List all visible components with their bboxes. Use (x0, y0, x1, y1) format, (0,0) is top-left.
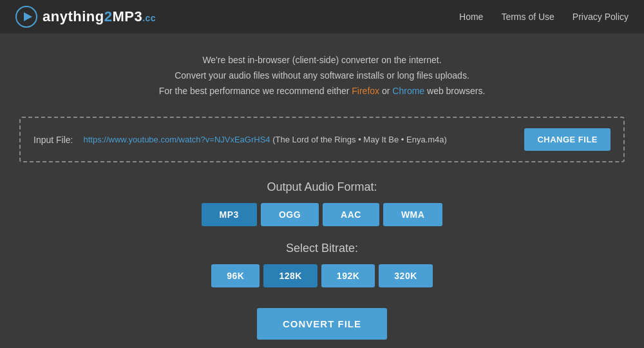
convert-file-button[interactable]: CONVERT FILE (257, 308, 387, 340)
input-file-description: (The Lord of the Rings • May It Be • Eny… (270, 135, 447, 144)
intro-text: We're best in-browser (client-side) conv… (159, 53, 486, 99)
input-file-label: Input File: (33, 135, 73, 145)
nav: Home Terms of Use Privacy Policy (459, 11, 629, 23)
logo-text: anything2MP3.cc (43, 8, 156, 25)
chrome-link[interactable]: Chrome (392, 86, 424, 96)
input-file-box: Input File: https://www.youtube.com/watc… (19, 117, 625, 162)
bitrate-96k-button[interactable]: 96K (211, 264, 260, 287)
nav-privacy[interactable]: Privacy Policy (573, 12, 629, 22)
format-aac-button[interactable]: AAC (323, 203, 379, 226)
logo: anything2MP3.cc (15, 6, 156, 28)
change-file-button[interactable]: CHANGE FILE (524, 128, 611, 151)
header: anything2MP3.cc Home Terms of Use Privac… (0, 0, 644, 34)
nav-home[interactable]: Home (459, 12, 483, 22)
format-button-group: MP3 OGG AAC WMA (202, 203, 443, 226)
output-format-label: Output Audio Format: (267, 180, 377, 194)
logo-icon (15, 6, 37, 28)
bitrate-320k-button[interactable]: 320K (379, 264, 432, 287)
intro-line3: For the best performance we recommend ei… (159, 84, 486, 99)
nav-terms[interactable]: Terms of Use (501, 12, 554, 22)
input-file-value: https://www.youtube.com/watch?v=NJVxEaGr… (83, 135, 524, 144)
intro-line1: We're best in-browser (client-side) conv… (159, 53, 486, 68)
input-file-url[interactable]: https://www.youtube.com/watch?v=NJVxEaGr… (83, 135, 270, 144)
bitrate-192k-button[interactable]: 192K (321, 264, 375, 287)
format-mp3-button[interactable]: MP3 (202, 203, 257, 226)
bitrate-128k-button[interactable]: 128K (263, 264, 317, 287)
firefox-link[interactable]: Firefox (352, 86, 379, 96)
format-wma-button[interactable]: WMA (383, 203, 443, 226)
intro-line2: Convert your audio files without any sof… (159, 68, 486, 84)
svg-marker-1 (24, 12, 32, 21)
bitrate-label: Select Bitrate: (286, 242, 358, 255)
format-ogg-button[interactable]: OGG (261, 203, 319, 226)
bitrate-button-group: 96K 128K 192K 320K (211, 264, 433, 287)
main-content: We're best in-browser (client-side) conv… (0, 34, 644, 348)
